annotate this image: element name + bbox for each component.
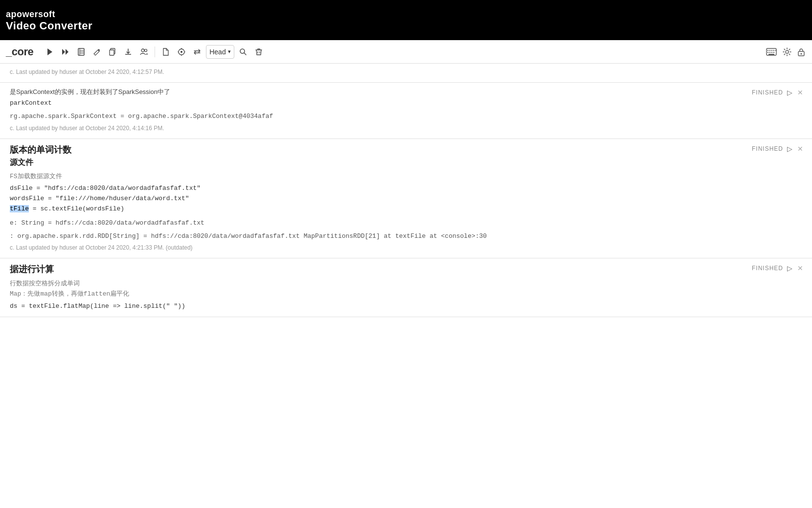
users-button[interactable]: [137, 45, 151, 59]
cell-1: c. Last updated by hduser at October 24 …: [0, 64, 812, 83]
cell-3-subheading: 源文件: [10, 158, 71, 168]
svg-rect-24: [769, 50, 770, 51]
cell-3-header: 版本的单词计数 源文件 FINISHED ▷ ✕: [10, 144, 804, 168]
delete-button[interactable]: [252, 45, 266, 59]
trash-icon: [255, 48, 263, 56]
svg-point-35: [801, 53, 802, 54]
arrows-button[interactable]: [190, 45, 204, 59]
cell-4-heading: 据进行计算: [10, 263, 54, 275]
cell-2-stop-button[interactable]: ✕: [796, 89, 804, 96]
cell-4-header: 据进行计算 FINISHED ▷ ✕: [10, 263, 804, 275]
svg-marker-0: [47, 48, 52, 55]
cell-2-controls: FINISHED ▷ ✕: [752, 89, 804, 96]
file-button[interactable]: [159, 45, 173, 59]
svg-rect-25: [771, 50, 772, 51]
run-all-button[interactable]: [59, 45, 72, 59]
keyboard-icon: [766, 48, 777, 56]
cell-3-code-line-1: wordsFile = "file:///home/hduser/data/wo…: [10, 194, 804, 204]
notebook-content: c. Last updated by hduser at October 24 …: [0, 64, 812, 317]
highlight-span: tFile: [10, 205, 29, 212]
cell-4-body: 行数据按空格拆分成单词 Map：先做map转换，再做flatten扁平化 ds …: [10, 279, 804, 311]
copy-button[interactable]: [106, 45, 119, 59]
download-button[interactable]: [121, 45, 135, 59]
chevron-down-icon: ▾: [228, 48, 231, 55]
toolbar-left: _core: [6, 45, 763, 59]
cell-2-run-button[interactable]: ▷: [786, 89, 793, 96]
cell-4-code-line-0: ds = textFile.flatMap(line => line.split…: [10, 301, 804, 312]
run-icon: [46, 48, 54, 56]
svg-rect-30: [771, 52, 772, 53]
svg-rect-31: [773, 52, 774, 53]
cell-2-code-label: parkContext: [10, 98, 170, 109]
toolbar: _core: [0, 40, 812, 64]
cell-4: 据进行计算 FINISHED ▷ ✕ 行数据按空格拆分成单词 Map：先做map…: [0, 258, 812, 317]
search-button[interactable]: [236, 45, 250, 59]
svg-rect-29: [769, 52, 770, 53]
svg-point-13: [180, 51, 182, 53]
edit-button[interactable]: [90, 45, 104, 59]
cell-3-run-button[interactable]: ▷: [786, 145, 793, 153]
cell-3-status: FINISHED: [752, 145, 783, 152]
arrows-icon: [193, 48, 201, 56]
target-button[interactable]: [175, 45, 188, 59]
run-all-icon: [62, 48, 69, 56]
lock-button[interactable]: [796, 46, 806, 57]
cell-3-code-line-0: dsFile = "hdfs://cda:8020/data/wordadfaf…: [10, 184, 804, 194]
cell-3-body: FS加载数据源文件 dsFile = "hdfs://cda:8020/data…: [10, 172, 804, 214]
cell-4-run-button[interactable]: ▷: [786, 264, 793, 272]
svg-marker-1: [62, 49, 65, 55]
cell-2-markdown: 是SparkContext的实例，现在封装到了SparkSession中了: [10, 88, 170, 96]
cell-2-output: rg.apache.spark.SparkContext = org.apach…: [10, 112, 804, 122]
toolbar-right: [765, 46, 806, 57]
lock-icon: [797, 47, 805, 56]
svg-rect-23: [767, 50, 768, 51]
svg-marker-2: [66, 49, 68, 55]
divider1: [155, 46, 155, 57]
cell-2-status: FINISHED: [752, 89, 783, 96]
cell-3-heading: 版本的单词计数: [10, 144, 71, 156]
cell-2-content: 是SparkContext的实例，现在封装到了SparkSession中了 pa…: [10, 88, 170, 109]
pencil-icon: [93, 48, 101, 56]
cell-2-header: 是SparkContext的实例，现在封装到了SparkSession中了 pa…: [10, 88, 804, 109]
head-dropdown[interactable]: Head ▾: [206, 45, 234, 59]
head-label: Head: [209, 48, 226, 56]
svg-line-19: [244, 53, 246, 55]
cell-2-meta: c. Last updated by hduser at October 24 …: [10, 125, 804, 132]
svg-point-11: [145, 49, 147, 51]
cell-3-output-1: : org.apache.spark.rdd.RDD[String] = hdf…: [10, 231, 804, 242]
cell-4-status: FINISHED: [752, 265, 783, 272]
svg-rect-9: [110, 50, 114, 55]
svg-rect-27: [775, 50, 776, 51]
cell-3-headings: 版本的单词计数 源文件: [10, 144, 71, 168]
search-icon: [239, 48, 247, 56]
cell-3-meta: c. Last updated by hduser at October 24 …: [10, 244, 804, 251]
cell-3-code-line-2: tFile = sc.textFile(wordsFile): [10, 204, 804, 214]
users-icon: [140, 48, 148, 56]
cell-3-controls: FINISHED ▷ ✕: [752, 145, 804, 153]
book-icon: [77, 48, 85, 56]
download-icon: [124, 48, 132, 56]
svg-point-10: [141, 49, 144, 52]
cell-4-headings: 据进行计算: [10, 263, 54, 275]
cell-4-controls: FINISHED ▷ ✕: [752, 264, 804, 272]
cell-3-output-0: e: String = hdfs://cda:8020/data/wordadf…: [10, 218, 804, 229]
cell-4-comment-1: Map：先做map转换，再做flatten扁平化: [10, 289, 804, 300]
svg-rect-26: [773, 50, 774, 51]
cell-3-comment: FS加载数据源文件: [10, 172, 804, 182]
cell-3-stop-button[interactable]: ✕: [796, 145, 804, 153]
book-button[interactable]: [74, 45, 88, 59]
cell-4-stop-button[interactable]: ✕: [796, 264, 804, 272]
keyboard-button[interactable]: [765, 47, 778, 57]
app-name-line1: apowersoft: [6, 9, 806, 20]
settings-button[interactable]: [782, 46, 792, 57]
file-icon: [162, 48, 170, 56]
target-icon: [178, 48, 185, 56]
cell-3: 版本的单词计数 源文件 FINISHED ▷ ✕ FS加载数据源文件 dsFil…: [0, 139, 812, 259]
notebook-title: _core: [6, 46, 33, 58]
svg-rect-32: [768, 54, 774, 55]
cell-1-meta: c. Last updated by hduser at October 24 …: [10, 69, 804, 75]
app-name-line2: Video Converter: [6, 20, 806, 32]
cell-4-comment-0: 行数据按空格拆分成单词: [10, 279, 804, 289]
run-button[interactable]: [43, 45, 57, 59]
copy-icon: [109, 48, 116, 56]
